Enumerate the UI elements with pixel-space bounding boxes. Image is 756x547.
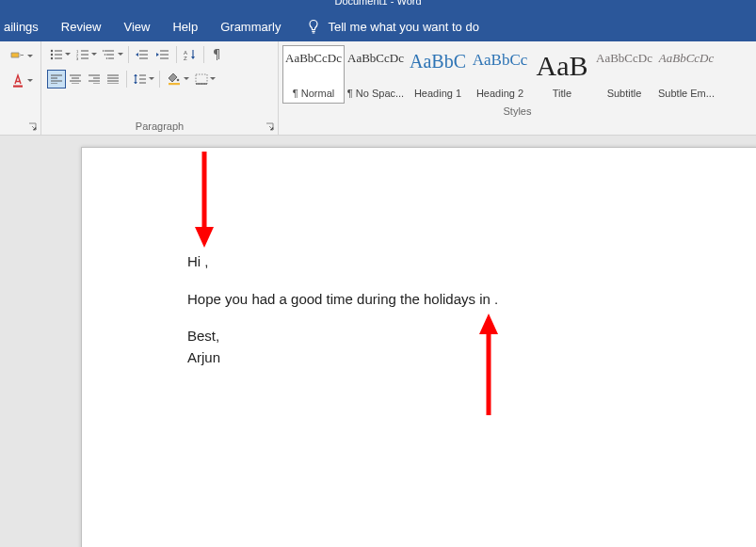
svg-rect-14 (196, 74, 207, 84)
style-preview: AaBbC (410, 52, 466, 71)
chevron-down-icon (65, 53, 71, 56)
document-body[interactable]: Hi , Hope you had a good time during the… (187, 251, 652, 368)
separator (203, 46, 204, 63)
align-right-button[interactable] (85, 70, 104, 88)
group-paragraph-label: Paragraph (41, 119, 278, 135)
style-name: Heading 2 (476, 88, 523, 99)
numbering-button[interactable]: 123 (73, 45, 98, 64)
text-body: Hope you had a good time during the holi… (187, 291, 498, 307)
style-preview: AaBbCc (473, 52, 528, 68)
tab-review[interactable]: Review (50, 14, 113, 40)
style-preview: AaB (537, 52, 588, 80)
annotation-arrow-down (193, 152, 216, 249)
style-swatch[interactable]: AaBTitle (531, 45, 593, 104)
svg-point-8 (105, 54, 106, 56)
text-closing: Best, (187, 328, 219, 344)
style-name: ¶ No Spac... (347, 88, 404, 99)
align-center-button[interactable] (66, 70, 85, 88)
paragraph[interactable]: Best, Arjun (187, 326, 652, 368)
chevron-down-icon (210, 77, 216, 81)
style-name: Title (553, 88, 571, 99)
style-preview: AaBbCcDc (347, 52, 404, 64)
style-swatch[interactable]: AaBbCcDc¶ No Spac... (345, 45, 407, 104)
style-preview: AaBbCcDc (659, 52, 714, 64)
document-canvas[interactable]: Hi , Hope you had a good time during the… (0, 136, 756, 547)
font-color-button[interactable] (8, 72, 34, 90)
title-bar: Document1 - Word (0, 0, 756, 11)
chevron-down-icon (184, 77, 189, 81)
page[interactable]: Hi , Hope you had a good time during the… (81, 147, 756, 547)
svg-text:Z: Z (184, 56, 187, 60)
format-painter-button[interactable] (8, 47, 34, 66)
bullets-button[interactable] (47, 45, 72, 64)
borders-button[interactable] (192, 70, 217, 88)
text-signature: Arjun (187, 349, 220, 365)
tab-view[interactable]: View (112, 14, 161, 40)
window-title: Document1 - Word (334, 0, 421, 7)
tab-help[interactable]: Help (161, 14, 209, 40)
paragraph[interactable]: Hi , (187, 251, 652, 273)
style-preview: AaBbCcDc (596, 52, 652, 64)
chevron-down-icon (91, 53, 97, 56)
chevron-down-icon (149, 77, 154, 81)
style-swatch[interactable]: AaBbCcHeading 2 (469, 45, 531, 104)
svg-text:3: 3 (76, 56, 79, 60)
svg-rect-0 (13, 86, 23, 88)
style-name: Heading 1 (414, 88, 461, 99)
svg-point-12 (177, 79, 180, 82)
dialog-launcher-icon[interactable] (28, 122, 38, 132)
styles-gallery[interactable]: AaBbCcDc¶ NormalAaBbCcDc¶ No Spac...AaBb… (279, 41, 756, 104)
tell-me-label: Tell me what you want to do (328, 20, 478, 34)
styles-label-text: Styles (504, 105, 532, 117)
style-name: ¶ Normal (293, 88, 334, 99)
text-greeting: Hi , (187, 253, 209, 269)
increase-indent-button[interactable] (153, 45, 172, 64)
sort-button[interactable]: AZ (181, 45, 200, 64)
svg-rect-13 (169, 83, 180, 85)
ribbon: 123 AZ (0, 41, 756, 136)
chevron-down-icon (27, 79, 33, 83)
style-swatch[interactable]: AaBbCcDcSubtitle (593, 45, 655, 104)
dialog-launcher-icon[interactable] (265, 122, 275, 132)
style-swatch[interactable]: AaBbCcDcSubtle Em... (655, 45, 717, 104)
group-clipboard (0, 41, 41, 135)
decrease-indent-button[interactable] (133, 45, 152, 64)
group-paragraph: 123 AZ (41, 41, 279, 135)
separator (128, 46, 129, 63)
separator (126, 71, 127, 88)
paragraph[interactable]: Hope you had a good time during the holi… (187, 289, 652, 311)
svg-point-2 (51, 54, 53, 56)
group-clipboard-label (0, 130, 40, 135)
multilevel-list-button[interactable] (100, 45, 124, 64)
style-name: Subtitle (607, 88, 642, 99)
separator (159, 71, 160, 88)
tab-grammarly[interactable]: Grammarly (209, 14, 292, 40)
align-justify-button[interactable] (104, 70, 122, 88)
style-name: Subtle Em... (658, 88, 715, 99)
paragraph-label-text: Paragraph (136, 121, 184, 132)
chevron-down-icon (27, 55, 33, 58)
separator (176, 46, 177, 63)
line-spacing-button[interactable] (131, 70, 155, 88)
tab-mailings[interactable]: ailings (4, 14, 50, 40)
shading-button[interactable] (164, 70, 190, 88)
svg-point-3 (51, 57, 53, 59)
style-swatch[interactable]: AaBbCHeading 1 (407, 45, 469, 104)
style-preview: AaBbCcDc (285, 52, 342, 64)
lightbulb-icon (307, 19, 320, 34)
chevron-down-icon (118, 53, 123, 56)
svg-point-1 (51, 50, 53, 52)
align-left-button[interactable] (47, 70, 66, 88)
show-hide-pilcrow-button[interactable] (208, 45, 225, 64)
ribbon-tabs: ailings Review View Help Grammarly Tell … (0, 11, 756, 41)
style-swatch[interactable]: AaBbCcDc¶ Normal (282, 45, 345, 104)
tell-me-search[interactable]: Tell me what you want to do (307, 19, 478, 34)
group-styles-label: Styles (279, 104, 756, 120)
group-styles: AaBbCcDc¶ NormalAaBbCcDc¶ No Spac...AaBb… (279, 41, 756, 135)
svg-point-7 (103, 50, 104, 52)
svg-point-9 (106, 57, 108, 59)
